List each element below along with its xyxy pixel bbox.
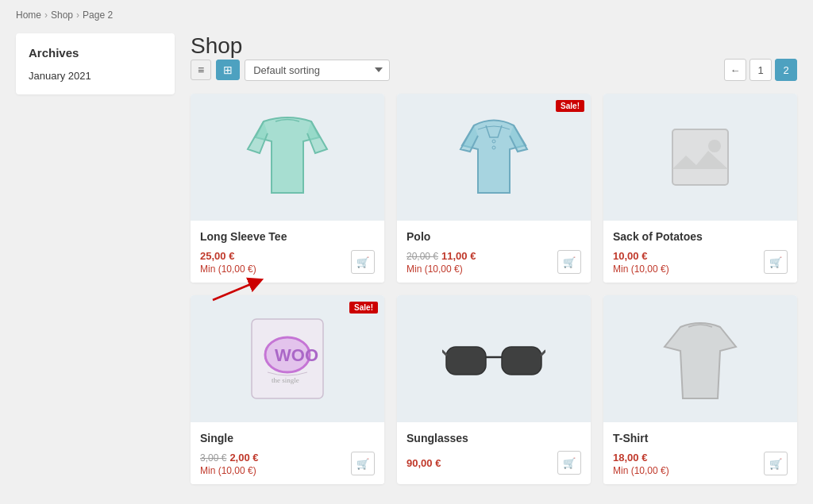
product-info: Sack of Potatoes10,00 €Min (10,00 €)🛒 [603,221,797,283]
price-min: Min (10,00 €) [613,264,669,275]
product-image-area[interactable] [397,295,591,422]
product-info: Polo20,00 €11,00 €Min (10,00 €)🛒 [397,221,591,283]
add-to-cart-button[interactable]: 🛒 [764,250,788,274]
breadcrumb: Home › Shop › Page 2 [16,10,797,21]
price-current-line: 90,00 € [406,456,441,469]
add-to-cart-button[interactable]: 🛒 [764,452,788,475]
shop-title: Shop [191,33,797,59]
cart-icon: 🛒 [769,458,782,470]
add-to-cart-button[interactable]: 🛒 [557,451,581,475]
add-to-cart-button[interactable]: 🛒 [351,452,375,475]
breadcrumb-shop[interactable]: Shop [51,10,73,21]
product-price-row: 90,00 €🛒 [406,451,581,475]
price-current-line: 10,00 € [613,249,669,262]
price-min: Min (10,00 €) [613,465,669,476]
product-name: Single [200,432,375,444]
product-name: T-Shirt [613,432,788,444]
price-current: 11,00 € [441,250,476,262]
price-block: 90,00 € [406,456,441,469]
product-price-row: 20,00 €11,00 €Min (10,00 €)🛒 [406,249,581,275]
product-image-area[interactable] [191,94,384,221]
product-name: Polo [406,230,581,243]
product-name: Sunglasses [406,432,581,444]
cart-icon: 🛒 [563,256,576,268]
product-price-row: 25,00 €Min (10,00 €)🛒 [200,249,375,275]
main-content: Shop ≡ ⊞ Default sortingSort by populari… [191,33,797,484]
price-current-line: 18,00 € [613,451,669,464]
archives-title: Archives [29,46,162,60]
product-card: Sale!Polo20,00 €11,00 €Min (10,00 €)🛒 [397,94,591,283]
product-card: Sack of Potatoes10,00 €Min (10,00 €)🛒 [603,94,797,283]
prev-page-button[interactable]: ← [724,59,746,81]
archives-widget: Archives January 2021 [16,33,175,94]
price-min: Min (10,00 €) [200,264,256,275]
products-grid: Long Sleeve Tee25,00 €Min (10,00 €)🛒 Sal… [191,94,797,484]
product-image-area[interactable]: Sale! [397,94,591,221]
cart-icon: 🛒 [563,457,576,469]
product-image-area[interactable]: WOO the single Sale! [191,295,384,422]
product-info: Long Sleeve Tee25,00 €Min (10,00 €)🛒 [191,221,384,283]
shop-controls: ≡ ⊞ Default sortingSort by popularitySor… [191,59,797,81]
product-info: T-Shirt18,00 €Min (10,00 €)🛒 [603,422,797,484]
list-view-button[interactable]: ≡ [191,60,211,80]
price-current: 10,00 € [613,250,647,262]
product-info: Single3,00 €2,00 €Min (10,00 €)🛒 [191,422,384,484]
product-price-row: 10,00 €Min (10,00 €)🛒 [613,249,788,275]
sidebar: Archives January 2021 [16,33,175,484]
sale-badge: Sale! [349,302,378,314]
svg-point-3 [708,140,721,152]
archives-list: January 2021 [29,69,162,82]
svg-rect-9 [502,347,541,375]
price-original: 3,00 € [200,452,226,464]
price-block: 18,00 €Min (10,00 €) [613,451,669,476]
product-card: T-Shirt18,00 €Min (10,00 €)🛒 [603,295,797,484]
product-card: WOO the single Sale!Single3,00 €2,00 €Mi… [191,295,384,484]
price-original: 20,00 € [406,251,438,262]
breadcrumb-current: Page 2 [83,10,113,21]
page-2-button[interactable]: 2 [775,59,797,81]
price-current-line: 20,00 €11,00 € [406,249,476,262]
svg-text:the single: the single [272,376,299,384]
cart-icon: 🛒 [356,458,369,470]
grid-icon: ⊞ [223,63,233,76]
price-min: Min (10,00 €) [200,465,259,476]
price-current: 18,00 € [613,452,647,464]
page-1-button[interactable]: 1 [749,59,772,81]
breadcrumb-home[interactable]: Home [16,10,41,21]
product-image-area[interactable] [603,94,797,221]
archives-link-jan2021[interactable]: January 2021 [29,70,91,82]
svg-rect-2 [672,129,728,185]
list-item: January 2021 [29,69,162,82]
page-wrapper: Home › Shop › Page 2 Archives January 20… [0,0,813,504]
price-current: 2,00 € [229,452,258,464]
grid-view-button[interactable]: ⊞ [216,60,240,80]
sort-select[interactable]: Default sortingSort by popularitySort by… [245,60,390,81]
list-icon: ≡ [198,63,204,76]
product-card: Long Sleeve Tee25,00 €Min (10,00 €)🛒 [191,94,384,283]
add-to-cart-button[interactable]: 🛒 [557,250,581,274]
cart-icon: 🛒 [356,256,369,268]
breadcrumb-sep-1: › [44,10,48,21]
svg-rect-8 [446,347,486,375]
price-block: 25,00 €Min (10,00 €) [200,249,256,275]
cart-icon: 🛒 [769,256,782,268]
product-image-area[interactable] [603,295,797,422]
price-block: 10,00 €Min (10,00 €) [613,249,669,275]
product-name: Long Sleeve Tee [200,230,375,243]
price-current-line: 25,00 € [200,249,256,262]
product-info: Sunglasses90,00 €🛒 [397,422,591,483]
add-to-cart-button[interactable]: 🛒 [351,250,375,274]
content-area: Archives January 2021 Shop ≡ ⊞ [16,33,797,484]
product-name: Sack of Potatoes [613,230,788,243]
pagination: ← 1 2 [724,59,797,81]
view-controls: ≡ ⊞ Default sortingSort by popularitySor… [191,60,390,81]
breadcrumb-sep-2: › [76,10,79,21]
sale-badge: Sale! [556,100,584,112]
price-block: 3,00 €2,00 €Min (10,00 €) [200,451,259,476]
price-current: 90,00 € [406,457,441,469]
price-current: 25,00 € [200,250,234,262]
svg-text:WOO: WOO [275,345,318,365]
price-block: 20,00 €11,00 €Min (10,00 €) [406,249,476,275]
product-card: Sunglasses90,00 €🛒 [397,295,591,484]
price-current-line: 3,00 €2,00 € [200,451,259,464]
